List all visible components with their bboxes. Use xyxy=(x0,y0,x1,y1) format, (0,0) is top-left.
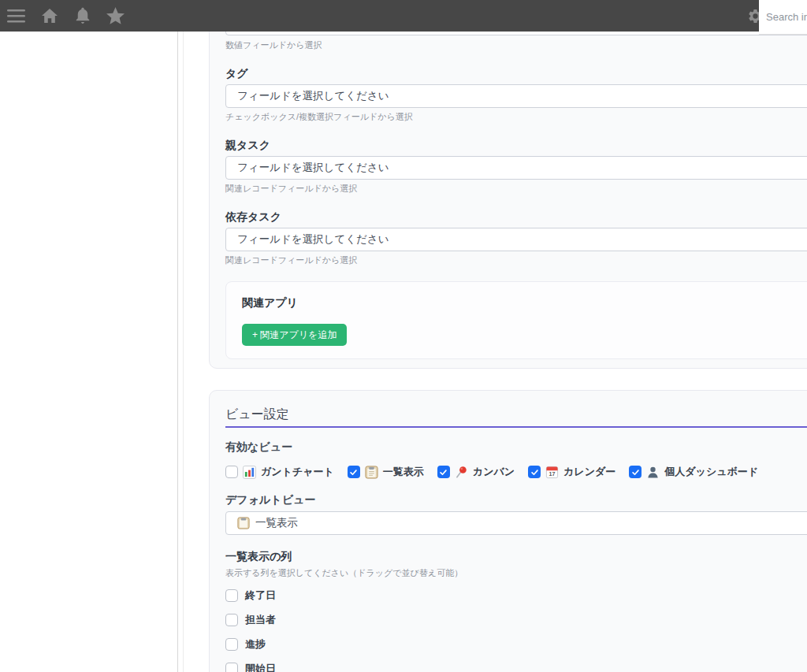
start-date-column-label: 開始日 xyxy=(245,662,276,672)
person-icon xyxy=(646,466,660,479)
related-apps-title: 関連アプリ xyxy=(242,296,807,310)
column-option-assignee[interactable]: 担当者 xyxy=(225,613,807,627)
related-apps-panel: 関連アプリ + 関連アプリを追加 xyxy=(225,281,807,359)
list-view-icon xyxy=(237,517,250,529)
tag-field-helper: チェックボックス/複数選択フィールドから選択 xyxy=(225,112,807,122)
view-option-dashboard[interactable]: 個人ダッシュボード xyxy=(629,465,758,479)
gantt-view-label: ガントチャート xyxy=(261,465,334,479)
default-view-select[interactable]: 一覧表示 xyxy=(225,511,807,535)
top-navigation-bar: ? xyxy=(0,0,807,32)
hamburger-menu-icon[interactable] xyxy=(7,7,25,25)
svg-text:17: 17 xyxy=(549,471,556,477)
kanban-view-label: カンバン xyxy=(473,465,515,479)
default-view-value: 一覧表示 xyxy=(255,516,298,530)
gantt-checkbox[interactable] xyxy=(225,466,238,478)
global-search xyxy=(759,0,807,35)
bell-icon[interactable] xyxy=(73,7,91,25)
section-underline xyxy=(225,426,807,428)
list-view-icon xyxy=(365,466,378,479)
column-option-start-date[interactable]: 開始日 xyxy=(225,662,807,672)
end-date-column-label: 終了日 xyxy=(245,588,276,603)
column-option-end-date[interactable]: 終了日 xyxy=(225,588,807,603)
enabled-views-row: ガントチャート 一覧表示 カンバン 17 xyxy=(225,465,807,479)
calendar-view-label: カレンダー xyxy=(563,465,615,479)
default-view-label: デフォルトビュー xyxy=(225,493,807,507)
list-view-label: 一覧表示 xyxy=(383,465,424,479)
dependent-task-select-value: フィールドを選択してください xyxy=(237,232,389,247)
list-view-checkbox[interactable] xyxy=(348,466,360,478)
sidebar-divider xyxy=(183,32,184,672)
field-settings-card: 数値フィールドから選択 タグ フィールドを選択してください チェックボックス/複… xyxy=(209,0,807,369)
add-related-app-button[interactable]: + 関連アプリを追加 xyxy=(242,324,347,346)
view-option-calendar[interactable]: 17 カレンダー xyxy=(528,465,615,479)
gantt-chart-icon xyxy=(243,466,256,479)
star-icon[interactable] xyxy=(106,7,125,25)
dependent-task-field-helper: 関連レコードフィールドから選択 xyxy=(225,255,807,265)
search-input[interactable] xyxy=(759,11,807,23)
progress-checkbox[interactable] xyxy=(225,638,238,651)
dependent-task-field-label: 依存タスク xyxy=(225,210,807,224)
assignee-checkbox[interactable] xyxy=(225,614,238,626)
enabled-views-label: 有効なビュー xyxy=(225,440,807,454)
view-settings-card: ビュー設定 有効なビュー ガントチャート 一覧表示 xyxy=(209,390,807,672)
parent-task-field-select[interactable]: フィールドを選択してください xyxy=(225,156,807,180)
column-option-progress[interactable]: 進捗 xyxy=(225,637,807,652)
tag-field-label: タグ xyxy=(225,67,807,80)
dashboard-view-label: 個人ダッシュボード xyxy=(664,465,758,479)
list-columns-helper: 表示する列を選択してください（ドラッグで並び替え可能） xyxy=(225,568,807,578)
home-icon[interactable] xyxy=(40,7,58,25)
tag-field-select-value: フィールドを選択してください xyxy=(237,89,389,103)
calendar-checkbox[interactable] xyxy=(528,466,541,478)
parent-task-field-helper: 関連レコードフィールドから選択 xyxy=(225,184,807,194)
end-date-checkbox[interactable] xyxy=(225,589,238,602)
dependent-task-field-select[interactable]: フィールドを選択してください xyxy=(225,228,807,251)
parent-task-field-label: 親タスク xyxy=(225,139,807,152)
kanban-checkbox[interactable] xyxy=(437,466,450,478)
kanban-pin-icon xyxy=(455,466,468,479)
view-option-list[interactable]: 一覧表示 xyxy=(348,465,424,479)
metric-field-helper: 数値フィールドから選択 xyxy=(225,40,807,50)
parent-task-select-value: フィールドを選択してください xyxy=(237,161,389,175)
view-settings-title: ビュー設定 xyxy=(225,407,807,422)
dashboard-checkbox[interactable] xyxy=(629,466,642,478)
start-date-checkbox[interactable] xyxy=(225,663,238,672)
assignee-column-label: 担当者 xyxy=(245,613,276,627)
tag-field-select[interactable]: フィールドを選択してください xyxy=(225,84,807,108)
progress-column-label: 進捗 xyxy=(245,637,266,652)
list-columns-title: 一覧表示の列 xyxy=(225,550,807,563)
left-sidebar xyxy=(0,32,178,672)
calendar-icon: 17 xyxy=(545,466,559,479)
view-option-gantt[interactable]: ガントチャート xyxy=(225,465,334,479)
view-option-kanban[interactable]: カンバン xyxy=(437,465,515,479)
